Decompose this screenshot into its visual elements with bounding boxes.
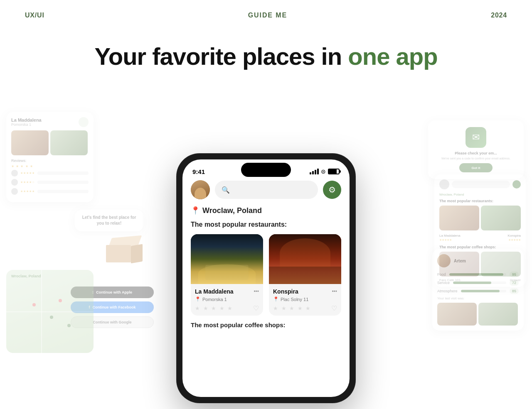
location-pin-icon: 📍: [191, 206, 200, 215]
konspira-body: Konspira ••• 📍 Plac Solny 11 ★ ★ ★ ★ ★ ♡: [269, 284, 341, 316]
hero-title: Your favorite places in one app: [0, 43, 532, 70]
restaurant-card-la-maddalena[interactable]: La Maddalena ••• 📍 Pomorska 1 ★ ★ ★ ★ ★ …: [191, 234, 263, 316]
ghost-restaurant1-name: La Maddalena: [439, 234, 461, 238]
coffee-section-label: The most popular coffee shops:: [191, 321, 341, 328]
ghost-rating-service: Service 72: [437, 280, 519, 286]
la-maddalena-stars: ★ ★ ★ ★ ★: [195, 305, 233, 311]
ghost-email-title: Please check your em...: [435, 151, 517, 155]
ghost-food-value: 95: [510, 272, 519, 277]
restaurant-card-konspira[interactable]: Konspira ••• 📍 Plac Solny 11 ★ ★ ★ ★ ★ ♡: [269, 234, 341, 316]
ghost-right-restaurants-label: The most popular restaurants:: [439, 199, 521, 203]
hero-title-black: Your favorite places in: [94, 43, 342, 70]
ghost-profile-panel: Artem Food 95 Service 72 Atmosphere 85: [432, 249, 524, 331]
ghost-coffee1-name: Faro Cafe 101: [439, 278, 461, 282]
ghost-restaurant2-name: Konspira: [507, 234, 521, 238]
ghost-email-icon: ✉: [466, 127, 486, 148]
la-maddalena-pin-icon: 📍: [195, 296, 201, 302]
ghost-detail-screen: La Maddalena Pomorska 1 Reviews: ★ ★ ★ ★…: [6, 112, 94, 202]
konspira-menu-icon: •••: [332, 289, 337, 294]
ghost-apple-btn:  Continue with Apple: [71, 287, 154, 298]
header-label-right: 2024: [491, 12, 507, 19]
status-icons: ⊜: [310, 168, 340, 175]
search-row: 🔍 ⚙: [191, 180, 341, 199]
ghost-3d-illustration: [100, 237, 150, 274]
konspira-image: [269, 234, 341, 284]
ghost-rating-food: Food 95: [437, 272, 519, 277]
ghost-service-label: Service: [437, 281, 450, 285]
battery-icon: [328, 169, 340, 174]
konspira-stars: ★ ★ ★ ★ ★: [273, 305, 311, 311]
la-maddalena-menu-icon: •••: [254, 289, 259, 294]
signal-bars-icon: [310, 169, 319, 174]
ghost-google-btn: Continue with Google: [71, 316, 154, 328]
la-maddalena-body: La Maddalena ••• 📍 Pomorska 1 ★ ★ ★ ★ ★ …: [191, 284, 263, 316]
ghost-atmosphere-value: 85: [510, 288, 519, 294]
ghost-find-text: Let's find the best place for you to rel…: [80, 215, 138, 226]
restaurants-section-label: The most popular restaurants:: [191, 221, 341, 228]
ghost-right-coffee-label: The most popular coffee shops:: [439, 245, 521, 249]
location-row: 📍 Wroclaw, Poland: [191, 206, 341, 215]
ghost-service-value: 72: [510, 280, 519, 286]
phone-mockup: 9:41 ⊜: [177, 154, 355, 403]
ghost-rating-atmosphere: Atmosphere 85: [437, 288, 519, 294]
ghost-detail-street: Pomorska 1: [11, 122, 42, 127]
hero-title-green: one app: [348, 43, 437, 70]
konspira-address: Plac Solny 11: [281, 297, 308, 302]
ghost-detail-name: La Maddalena: [11, 118, 42, 122]
la-maddalena-address: Pomorska 1: [202, 297, 227, 302]
ghost-map-label: Wroclaw, Poland: [11, 274, 41, 278]
ghost-coffee2-name: Grawer: [510, 278, 521, 282]
restaurant-cards-row: La Maddalena ••• 📍 Pomorska 1 ★ ★ ★ ★ ★ …: [191, 234, 341, 316]
phone-screen: 9:41 ⊜: [182, 159, 350, 397]
settings-button[interactable]: ⚙: [323, 181, 341, 199]
ghost-profile-avatar: [437, 254, 451, 267]
ghost-profile-name: Artem: [454, 259, 466, 263]
konspira-favorite-icon[interactable]: ♡: [331, 304, 337, 312]
konspira-name: Konspira: [273, 288, 298, 295]
wifi-icon: ⊜: [321, 168, 326, 175]
app-content: 🔍 ⚙ 📍 Wroclaw, Poland The most popular r…: [182, 180, 350, 397]
search-bar[interactable]: 🔍: [215, 181, 318, 199]
header: UX/UI GUIDE ME 2024: [0, 0, 532, 31]
ghost-email-button: Got it: [459, 163, 493, 172]
header-label-center: GUIDE ME: [248, 12, 287, 19]
ghost-last-visit: Your last visit was:: [437, 296, 519, 300]
la-maddalena-name: La Maddalena: [195, 288, 234, 295]
ghost-reviews-label: Reviews:: [11, 159, 89, 163]
konspira-pin-icon: 📍: [273, 296, 279, 302]
ghost-email-screen: ✉ Please check your em... We've sent you…: [428, 120, 524, 179]
ghost-map: Wroclaw, Poland: [6, 270, 94, 353]
header-label-left: UX/UI: [25, 12, 44, 19]
location-text: Wroclaw, Poland: [202, 206, 262, 215]
la-maddalena-image: [191, 234, 263, 284]
ghost-food-label: Food: [437, 272, 446, 277]
ghost-atmosphere-label: Atmosphere: [437, 289, 458, 293]
ghost-find-card: Let's find the best place for you to rel…: [75, 210, 143, 231]
ghost-login-panel:  Continue with Apple f Continue with Fa…: [71, 287, 154, 331]
ghost-email-subtitle: We've sent you a code to confirm your em…: [435, 157, 517, 160]
phone-frame: 9:41 ⊜: [177, 154, 355, 403]
ghost-right-loc: Wroclaw, Poland: [439, 193, 521, 196]
dynamic-island: [241, 163, 291, 177]
ghost-app-listing: Wroclaw, Poland The most popular restaur…: [434, 174, 526, 287]
ghost-facebook-btn: f Continue with Facebook: [71, 301, 154, 313]
search-icon: 🔍: [222, 186, 230, 194]
la-maddalena-favorite-icon[interactable]: ♡: [253, 304, 259, 312]
user-avatar: [191, 180, 210, 199]
status-time: 9:41: [192, 168, 205, 175]
